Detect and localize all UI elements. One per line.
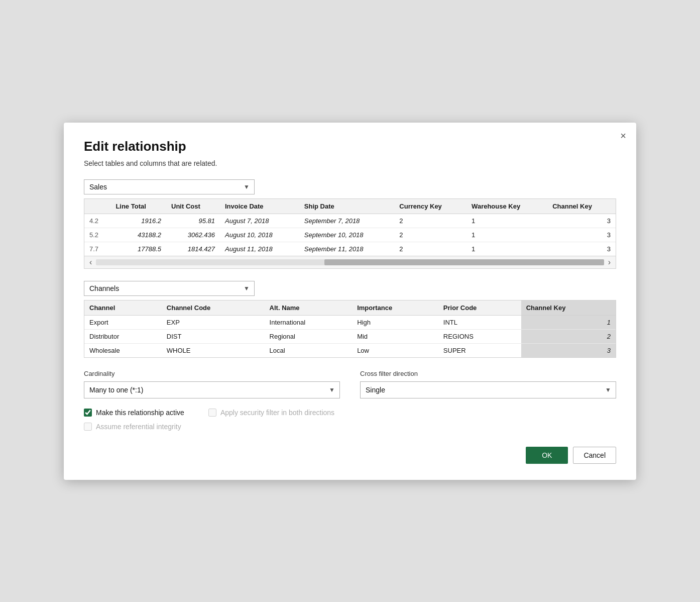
channel-cell: Wholesale (84, 343, 162, 357)
integrity-checkbox-label: Assume referential integrity (96, 423, 181, 431)
table-row: Wholesale WHOLE Local Low SUPER 3 (84, 343, 616, 357)
importance-cell: Low (352, 343, 438, 357)
unit-cost-cell: 95.81 (166, 214, 220, 228)
table-row: 4.2 1916.2 95.81 August 7, 2018 Septembe… (84, 214, 616, 228)
code-cell: EXP (162, 315, 265, 329)
table1-col-currencykey: Currency Key (394, 199, 466, 214)
table2-select-wrapper: ChannelsProductsOrders ▼ (84, 281, 255, 296)
edit-relationship-dialog: × Edit relationship Select tables and co… (64, 123, 636, 480)
prior-code-cell: REGIONS (438, 329, 521, 343)
close-button[interactable]: × (620, 131, 626, 141)
currency-key-cell: 2 (394, 214, 466, 228)
invoice-date-cell: August 10, 2018 (220, 228, 299, 242)
ok-button[interactable]: OK (526, 447, 568, 464)
table1-col-unitcost: Unit Cost (166, 199, 220, 214)
line-total-cell: 17788.5 (110, 242, 166, 256)
row-num: 4.2 (84, 214, 110, 228)
table1-col-warehousekey: Warehouse Key (466, 199, 547, 214)
security-checkbox (208, 409, 216, 417)
ship-date-cell: September 10, 2018 (299, 228, 395, 242)
table2-col-code: Channel Code (162, 300, 265, 316)
importance-cell: High (352, 315, 438, 329)
table1-col-linetotal: Line Total (110, 199, 166, 214)
table1-col-channelkey: Channel Key (547, 199, 616, 214)
cardinality-select[interactable]: Many to one (*:1)One to many (1:*)One to… (84, 381, 340, 398)
warehouse-key-cell: 1 (466, 214, 547, 228)
crossfilter-section: Cross filter direction SingleBoth ▼ (360, 370, 616, 398)
table1-col-num (84, 199, 110, 214)
left-checkboxes: Make this relationship active Assume ref… (84, 409, 184, 431)
channel-key-cell: 3 (547, 228, 616, 242)
channel-cell: Distributor (84, 329, 162, 343)
table1-col-shipdate: Ship Date (299, 199, 395, 214)
table-row: 7.7 17788.5 1814.427 August 11, 2018 Sep… (84, 242, 616, 256)
row-num: 7.7 (84, 242, 110, 256)
channel-key-cell: 1 (521, 315, 616, 329)
ship-date-cell: September 11, 2018 (299, 242, 395, 256)
cancel-button[interactable]: Cancel (573, 447, 616, 464)
table2-col-channelkey: Channel Key (521, 300, 616, 316)
table2-col-priorcode: Prior Code (438, 300, 521, 316)
cardinality-section: Cardinality Many to one (*:1)One to many… (84, 370, 340, 398)
dialog-title: Edit relationship (84, 139, 616, 154)
table1-container: Line Total Unit Cost Invoice Date Ship D… (84, 198, 616, 269)
table1-scroll-thumb (324, 259, 604, 265)
alt-name-cell: International (265, 315, 353, 329)
warehouse-key-cell: 1 (466, 228, 547, 242)
prior-code-cell: SUPER (438, 343, 521, 357)
crossfilter-label: Cross filter direction (360, 370, 616, 377)
channel-key-cell: 3 (547, 242, 616, 256)
table1-scrollbar: ‹ › (84, 256, 616, 268)
unit-cost-cell: 1814.427 (166, 242, 220, 256)
invoice-date-cell: August 7, 2018 (220, 214, 299, 228)
table1-select-wrapper: SalesOrdersProducts ▼ (84, 179, 255, 194)
crossfilter-select[interactable]: SingleBoth (360, 381, 616, 398)
currency-key-cell: 2 (394, 228, 466, 242)
unit-cost-cell: 3062.436 (166, 228, 220, 242)
table-row: Distributor DIST Regional Mid REGIONS 2 (84, 329, 616, 343)
cardinality-select-wrapper: Many to one (*:1)One to many (1:*)One to… (84, 381, 340, 398)
table2-col-channel: Channel (84, 300, 162, 316)
table2-col-importance: Importance (352, 300, 438, 316)
dialog-subtitle: Select tables and columns that are relat… (84, 159, 616, 167)
integrity-checkbox (84, 423, 92, 431)
active-checkbox[interactable] (84, 409, 92, 417)
active-checkbox-item[interactable]: Make this relationship active (84, 409, 184, 417)
channel-cell: Export (84, 315, 162, 329)
table2-container: Channel Channel Code Alt. Name Importanc… (84, 300, 616, 358)
table1: Line Total Unit Cost Invoice Date Ship D… (84, 199, 616, 256)
alt-name-cell: Regional (265, 329, 353, 343)
importance-cell: Mid (352, 329, 438, 343)
table-row: Export EXP International High INTL 1 (84, 315, 616, 329)
row-num: 5.2 (84, 228, 110, 242)
code-cell: WHOLE (162, 343, 265, 357)
table1-scroll-track[interactable] (96, 259, 604, 265)
dialog-footer: OK Cancel (84, 447, 616, 464)
checkboxes-row: Make this relationship active Assume ref… (84, 409, 616, 431)
table1-scroll-left[interactable]: ‹ (87, 258, 94, 267)
channel-key-cell: 3 (547, 214, 616, 228)
table2-col-altname: Alt. Name (265, 300, 353, 316)
security-checkbox-item: Apply security filter in both directions (208, 409, 334, 417)
crossfilter-select-wrapper: SingleBoth ▼ (360, 381, 616, 398)
line-total-cell: 1916.2 (110, 214, 166, 228)
line-total-cell: 43188.2 (110, 228, 166, 242)
table-row: 5.2 43188.2 3062.436 August 10, 2018 Sep… (84, 228, 616, 242)
ship-date-cell: September 7, 2018 (299, 214, 395, 228)
currency-key-cell: 2 (394, 242, 466, 256)
channel-key-cell: 3 (521, 343, 616, 357)
warehouse-key-cell: 1 (466, 242, 547, 256)
cardinality-label: Cardinality (84, 370, 340, 377)
code-cell: DIST (162, 329, 265, 343)
table1-col-invoicedate: Invoice Date (220, 199, 299, 214)
table1-scroll-right[interactable]: › (606, 258, 613, 267)
alt-name-cell: Local (265, 343, 353, 357)
table2: Channel Channel Code Alt. Name Importanc… (84, 300, 616, 357)
active-checkbox-label: Make this relationship active (96, 409, 184, 417)
table1-select[interactable]: SalesOrdersProducts (84, 179, 255, 194)
integrity-checkbox-item: Assume referential integrity (84, 423, 184, 431)
table2-select[interactable]: ChannelsProductsOrders (84, 281, 255, 296)
channel-key-cell: 2 (521, 329, 616, 343)
prior-code-cell: INTL (438, 315, 521, 329)
invoice-date-cell: August 11, 2018 (220, 242, 299, 256)
